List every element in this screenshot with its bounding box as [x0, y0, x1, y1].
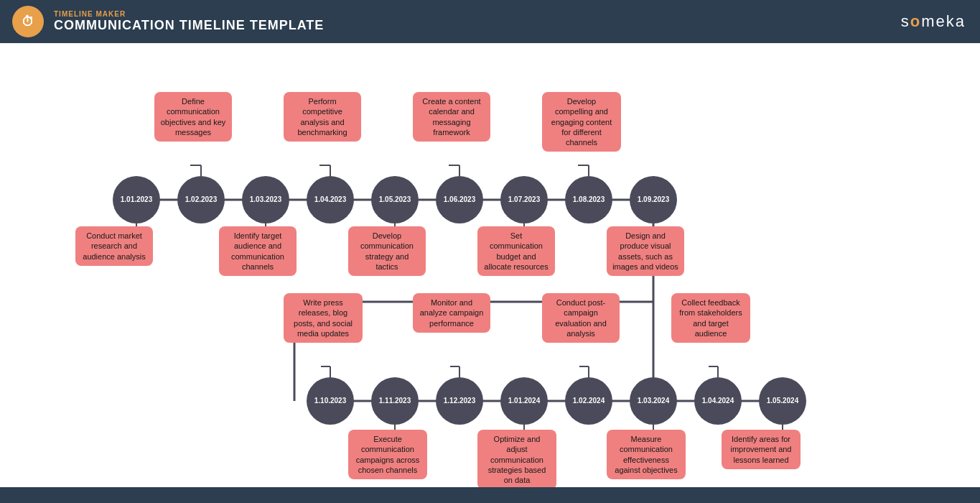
task-execute-campaigns: Execute communication campaigns across c… — [348, 430, 427, 479]
task-monitor-campaign: Monitor and analyze campaign performance — [413, 293, 490, 333]
task-comm-budget: Set communication budget and allocate re… — [477, 226, 555, 276]
header-subtitle: TIMELINE MAKER — [54, 10, 324, 18]
task-identify-audience: Identify target audience and communicati… — [219, 226, 297, 276]
logo-icon: ⏱ — [11, 4, 45, 39]
header-text: TIMELINE MAKER COMMUNICATION TIMELINE TE… — [54, 10, 324, 33]
node-16: 1.04.2024 — [694, 377, 742, 425]
node-6: 1.06.2023 — [436, 176, 483, 223]
header-title: COMMUNICATION TIMELINE TEMPLATE — [54, 18, 324, 33]
node-17: 1.05.2024 — [759, 377, 806, 425]
task-identify-improvements: Identify areas for improvement and lesso… — [722, 430, 801, 469]
brand-logo: someka — [901, 12, 966, 31]
node-13: 1.01.2024 — [500, 377, 548, 425]
header: ⏱ TIMELINE MAKER COMMUNICATION TIMELINE … — [0, 0, 980, 43]
node-9: 1.09.2023 — [630, 176, 677, 223]
svg-text:⏱: ⏱ — [22, 14, 34, 29]
task-press-releases: Write press releases, blog posts, and so… — [284, 293, 363, 343]
task-competitive-analysis: Perform competitive analysis and benchma… — [284, 92, 361, 142]
node-8: 1.08.2023 — [565, 176, 612, 223]
task-content-calendar: Create a content calendar and messaging … — [413, 92, 490, 142]
node-3: 1.03.2023 — [242, 176, 289, 223]
node-14: 1.02.2024 — [565, 377, 612, 425]
task-visual-assets: Design and produce visual assets, such a… — [607, 226, 684, 276]
task-optimize-strategies: Optimize and adjust communication strate… — [477, 430, 556, 487]
node-10: 1.10.2023 — [307, 377, 354, 425]
task-measure-effectiveness: Measure communication effectiveness agai… — [607, 430, 686, 479]
main-content: 1.01.2023 1.02.2023 1.03.2023 1.04.2023 … — [0, 43, 980, 487]
node-11: 1.11.2023 — [371, 377, 419, 425]
node-5: 1.05.2023 — [371, 176, 419, 223]
task-post-campaign: Conduct post-campaign evaluation and ana… — [542, 293, 620, 343]
node-1: 1.01.2023 — [113, 176, 160, 223]
node-4: 1.04.2023 — [307, 176, 354, 223]
task-define-objectives: Define communication objectives and key … — [154, 92, 232, 142]
node-12: 1.12.2023 — [436, 377, 483, 425]
task-comm-strategy: Develop communication strategy and tacti… — [348, 226, 426, 276]
node-15: 1.03.2024 — [630, 377, 677, 425]
task-develop-content: Develop compelling and engaging content … — [542, 92, 621, 152]
node-7: 1.07.2023 — [500, 176, 548, 223]
node-2: 1.02.2023 — [177, 176, 225, 223]
task-market-research: Conduct market research and audience ana… — [75, 226, 153, 266]
footer — [0, 487, 980, 503]
task-collect-feedback: Collect feedback from stakeholders and t… — [671, 293, 750, 343]
